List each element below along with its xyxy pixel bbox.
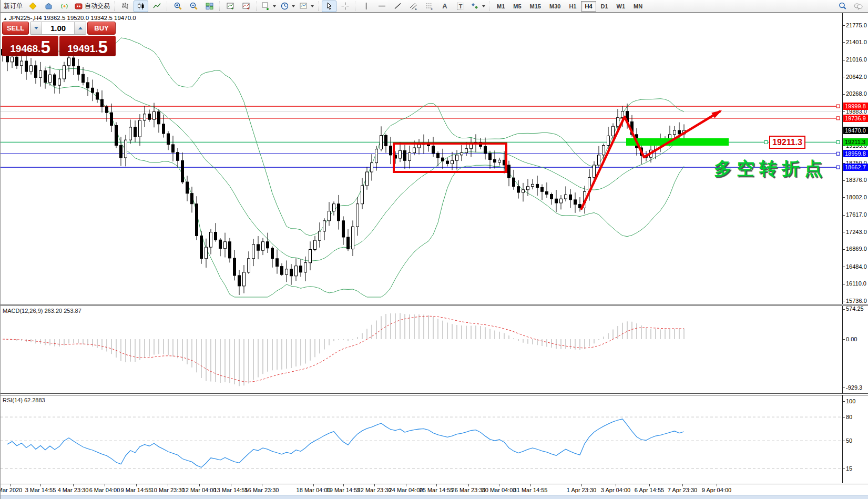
rsi-pane[interactable]: RSI(14) 62.2883 <box>1 395 843 483</box>
candle-body <box>200 236 203 258</box>
axis-tick <box>843 232 845 232</box>
chat-button[interactable] <box>851 1 865 12</box>
timeframe-button-h1[interactable]: H1 <box>565 1 580 12</box>
vertical-line-tool-button[interactable] <box>359 1 373 12</box>
data-window-button[interactable] <box>223 1 238 12</box>
hline-handle[interactable] <box>836 105 840 108</box>
time-axis-tick <box>468 484 469 486</box>
templates-button[interactable] <box>298 1 315 12</box>
zoom-out-button[interactable] <box>186 1 201 12</box>
market-button[interactable] <box>41 1 56 12</box>
candle-body <box>54 75 56 85</box>
price-axis[interactable]: 21775.021401.021016.020642.020268.019883… <box>843 13 868 304</box>
price-callout-tag[interactable]: 19211.3 <box>769 136 805 149</box>
hline-handle[interactable] <box>836 152 840 155</box>
hline-handle[interactable] <box>836 166 840 169</box>
time-axis-label: 18 Mar 04:00 <box>297 487 331 493</box>
cursor-tool-button[interactable] <box>322 1 336 12</box>
support-zone-bar[interactable] <box>626 138 729 146</box>
macd-pane[interactable]: MACD(12,26,9) 263.20 253.87 <box>1 306 843 393</box>
pane-splitter[interactable] <box>1 304 868 306</box>
timeframe-button-m15[interactable]: M15 <box>526 1 545 12</box>
chevron-down-icon <box>34 27 38 29</box>
volume-input[interactable]: 1.00 <box>42 22 74 34</box>
candle-body <box>96 93 99 99</box>
timeframe-button-d1[interactable]: D1 <box>597 1 612 12</box>
price-marker-19211.3: 19211.3 <box>843 138 868 146</box>
label-tool-icon: T <box>457 3 465 10</box>
axis-tick <box>843 284 845 284</box>
line-chart-button[interactable] <box>149 1 164 12</box>
candle-body <box>342 221 345 237</box>
macd-axis[interactable]: 574.250.00-929.3 <box>843 306 868 393</box>
time-axis-tick <box>199 484 200 486</box>
bar-chart-button[interactable] <box>118 1 132 12</box>
time-axis-label: 7 Apr 23:30 <box>668 487 697 493</box>
timeframe-button-m1[interactable]: M1 <box>493 1 508 12</box>
candle-body <box>593 165 596 177</box>
new-order-button[interactable]: 新订单 <box>2 1 24 12</box>
buy-price-display[interactable]: 19491.5 <box>59 36 116 56</box>
toolbar-right <box>834 1 866 12</box>
sell-button[interactable]: SELL <box>2 22 29 35</box>
crosshair-tool-button[interactable] <box>338 1 352 12</box>
search-button[interactable] <box>835 1 850 12</box>
sell-price-display[interactable]: 19468.5 <box>2 36 58 56</box>
time-axis[interactable]: Mar 20203 Mar 14:554 Mar 23:306 Mar 04:0… <box>1 484 868 495</box>
rsi-axis[interactable]: 100805015 <box>843 395 868 483</box>
turning-point-callout[interactable]: 多空转折点 <box>714 157 827 181</box>
macd-canvas[interactable] <box>1 306 842 393</box>
time-axis-label: 9 Mar 14:55 <box>121 487 152 493</box>
candle-body <box>252 245 255 259</box>
zoom-in-button[interactable] <box>170 1 185 12</box>
time-axis-label: 6 Mar 04:00 <box>89 487 120 493</box>
trendline-tool-button[interactable] <box>390 1 405 12</box>
candle-body <box>248 259 250 272</box>
timeframe-button-m30[interactable]: M30 <box>546 1 564 12</box>
indicator-list-button[interactable] <box>239 1 253 12</box>
candle-body <box>115 126 118 146</box>
volume-decrease-button[interactable] <box>30 22 42 34</box>
fibonacci-tool-button[interactable]: F <box>422 1 436 12</box>
text-tool-button[interactable]: A <box>437 1 452 12</box>
main-chart-pane[interactable]: ▲JPN225-,H4 19362.5 19520.0 19342.5 1947… <box>1 13 843 304</box>
horizontal-line-tool-button[interactable] <box>374 1 389 12</box>
candle-body <box>196 204 198 236</box>
candlestick-chart-button[interactable] <box>134 1 148 12</box>
new-chart-button[interactable] <box>260 1 278 12</box>
time-axis-label: 3 Mar 14:55 <box>25 487 56 493</box>
collapse-icon[interactable]: ▲ <box>3 16 7 21</box>
arrows-tool-button[interactable] <box>469 1 487 12</box>
channel-tool-button[interactable]: E <box>406 1 421 12</box>
axis-tick <box>843 301 845 301</box>
vertical-line-icon <box>362 2 371 11</box>
periods-button[interactable] <box>279 1 297 12</box>
pane-splitter[interactable] <box>1 393 868 395</box>
candle-body <box>271 248 274 259</box>
label-tool-button[interactable]: T <box>453 1 468 12</box>
autotrading-button[interactable]: 自动交易 <box>73 1 111 12</box>
timeframe-button-m5[interactable]: M5 <box>509 1 525 12</box>
timeframe-button-mn[interactable]: MN <box>630 1 646 12</box>
hline-handle[interactable] <box>836 117 840 120</box>
hline-handle[interactable] <box>836 140 840 144</box>
candle-body <box>390 146 392 155</box>
time-axis-label: 12 Mar 04:00 <box>182 487 217 493</box>
candle-body <box>527 187 529 190</box>
rsi-canvas[interactable] <box>1 395 842 483</box>
tile-windows-button[interactable] <box>202 1 217 12</box>
autotrading-label: 自动交易 <box>85 2 110 11</box>
candle-body <box>356 204 359 227</box>
buy-button[interactable]: BUY <box>87 22 116 35</box>
candle-body <box>418 145 421 148</box>
candle-body <box>91 88 94 93</box>
chevron-down-icon <box>273 5 276 7</box>
metaeditor-button[interactable] <box>25 1 40 12</box>
volume-increase-button[interactable] <box>74 22 86 34</box>
signals-button[interactable] <box>57 1 72 12</box>
tag-connector-handle[interactable] <box>764 141 768 144</box>
price-marker-19470.0: 19470.0 <box>843 127 868 134</box>
timeframe-button-h4[interactable]: H4 <box>581 1 596 12</box>
candle-body <box>489 153 492 159</box>
timeframe-button-w1[interactable]: W1 <box>613 1 629 12</box>
